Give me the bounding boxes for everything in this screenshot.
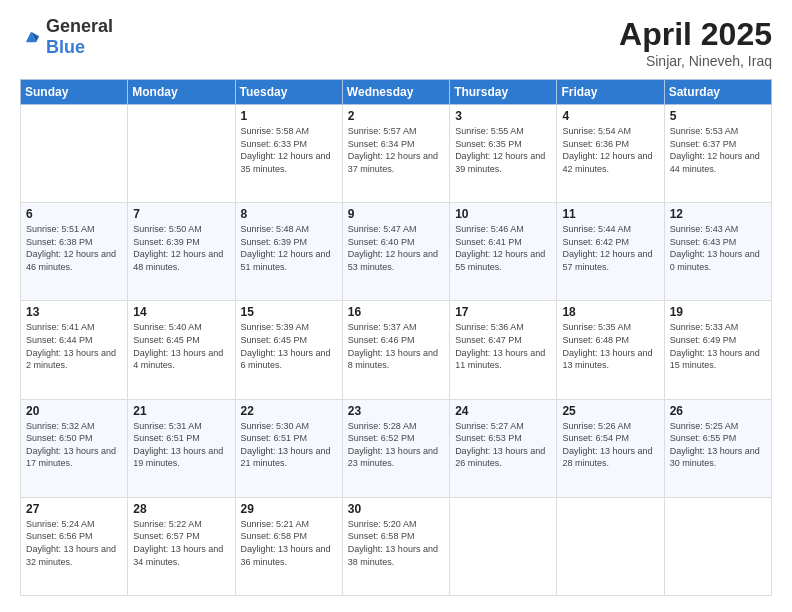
day-number: 2 [348, 109, 444, 123]
cell-info: Sunrise: 5:54 AMSunset: 6:36 PMDaylight:… [562, 125, 658, 175]
calendar-week-5: 27Sunrise: 5:24 AMSunset: 6:56 PMDayligh… [21, 497, 772, 595]
title-month: April 2025 [619, 16, 772, 53]
table-row: 23Sunrise: 5:28 AMSunset: 6:52 PMDayligh… [342, 399, 449, 497]
cell-info: Sunrise: 5:31 AMSunset: 6:51 PMDaylight:… [133, 420, 229, 470]
page: General Blue April 2025 Sinjar, Nineveh,… [0, 0, 792, 612]
day-number: 15 [241, 305, 337, 319]
header: General Blue April 2025 Sinjar, Nineveh,… [20, 16, 772, 69]
header-thursday: Thursday [450, 80, 557, 105]
day-number: 13 [26, 305, 122, 319]
day-number: 17 [455, 305, 551, 319]
table-row: 2Sunrise: 5:57 AMSunset: 6:34 PMDaylight… [342, 105, 449, 203]
day-number: 10 [455, 207, 551, 221]
cell-info: Sunrise: 5:53 AMSunset: 6:37 PMDaylight:… [670, 125, 766, 175]
table-row: 4Sunrise: 5:54 AMSunset: 6:36 PMDaylight… [557, 105, 664, 203]
cell-info: Sunrise: 5:28 AMSunset: 6:52 PMDaylight:… [348, 420, 444, 470]
day-number: 21 [133, 404, 229, 418]
cell-info: Sunrise: 5:30 AMSunset: 6:51 PMDaylight:… [241, 420, 337, 470]
table-row: 25Sunrise: 5:26 AMSunset: 6:54 PMDayligh… [557, 399, 664, 497]
cell-info: Sunrise: 5:43 AMSunset: 6:43 PMDaylight:… [670, 223, 766, 273]
day-number: 14 [133, 305, 229, 319]
title-block: April 2025 Sinjar, Nineveh, Iraq [619, 16, 772, 69]
cell-info: Sunrise: 5:47 AMSunset: 6:40 PMDaylight:… [348, 223, 444, 273]
table-row: 22Sunrise: 5:30 AMSunset: 6:51 PMDayligh… [235, 399, 342, 497]
table-row: 26Sunrise: 5:25 AMSunset: 6:55 PMDayligh… [664, 399, 771, 497]
header-tuesday: Tuesday [235, 80, 342, 105]
day-number: 24 [455, 404, 551, 418]
table-row: 5Sunrise: 5:53 AMSunset: 6:37 PMDaylight… [664, 105, 771, 203]
day-number: 27 [26, 502, 122, 516]
calendar-week-1: 1Sunrise: 5:58 AMSunset: 6:33 PMDaylight… [21, 105, 772, 203]
table-row: 10Sunrise: 5:46 AMSunset: 6:41 PMDayligh… [450, 203, 557, 301]
cell-info: Sunrise: 5:50 AMSunset: 6:39 PMDaylight:… [133, 223, 229, 273]
table-row: 21Sunrise: 5:31 AMSunset: 6:51 PMDayligh… [128, 399, 235, 497]
table-row [128, 105, 235, 203]
table-row [450, 497, 557, 595]
table-row: 9Sunrise: 5:47 AMSunset: 6:40 PMDaylight… [342, 203, 449, 301]
logo: General Blue [20, 16, 113, 58]
cell-info: Sunrise: 5:39 AMSunset: 6:45 PMDaylight:… [241, 321, 337, 371]
day-number: 7 [133, 207, 229, 221]
day-number: 19 [670, 305, 766, 319]
calendar-week-2: 6Sunrise: 5:51 AMSunset: 6:38 PMDaylight… [21, 203, 772, 301]
day-number: 25 [562, 404, 658, 418]
cell-info: Sunrise: 5:51 AMSunset: 6:38 PMDaylight:… [26, 223, 122, 273]
header-wednesday: Wednesday [342, 80, 449, 105]
logo-blue: Blue [46, 37, 85, 57]
table-row: 24Sunrise: 5:27 AMSunset: 6:53 PMDayligh… [450, 399, 557, 497]
table-row: 3Sunrise: 5:55 AMSunset: 6:35 PMDaylight… [450, 105, 557, 203]
day-number: 22 [241, 404, 337, 418]
calendar-week-3: 13Sunrise: 5:41 AMSunset: 6:44 PMDayligh… [21, 301, 772, 399]
day-number: 30 [348, 502, 444, 516]
table-row: 14Sunrise: 5:40 AMSunset: 6:45 PMDayligh… [128, 301, 235, 399]
logo-general: General [46, 16, 113, 36]
header-friday: Friday [557, 80, 664, 105]
day-number: 12 [670, 207, 766, 221]
header-sunday: Sunday [21, 80, 128, 105]
cell-info: Sunrise: 5:58 AMSunset: 6:33 PMDaylight:… [241, 125, 337, 175]
day-number: 1 [241, 109, 337, 123]
table-row [21, 105, 128, 203]
day-number: 8 [241, 207, 337, 221]
table-row [557, 497, 664, 595]
table-row: 27Sunrise: 5:24 AMSunset: 6:56 PMDayligh… [21, 497, 128, 595]
day-number: 11 [562, 207, 658, 221]
cell-info: Sunrise: 5:37 AMSunset: 6:46 PMDaylight:… [348, 321, 444, 371]
cell-info: Sunrise: 5:27 AMSunset: 6:53 PMDaylight:… [455, 420, 551, 470]
day-number: 26 [670, 404, 766, 418]
cell-info: Sunrise: 5:33 AMSunset: 6:49 PMDaylight:… [670, 321, 766, 371]
table-row: 8Sunrise: 5:48 AMSunset: 6:39 PMDaylight… [235, 203, 342, 301]
day-number: 9 [348, 207, 444, 221]
table-row: 11Sunrise: 5:44 AMSunset: 6:42 PMDayligh… [557, 203, 664, 301]
header-saturday: Saturday [664, 80, 771, 105]
cell-info: Sunrise: 5:22 AMSunset: 6:57 PMDaylight:… [133, 518, 229, 568]
day-number: 29 [241, 502, 337, 516]
table-row: 13Sunrise: 5:41 AMSunset: 6:44 PMDayligh… [21, 301, 128, 399]
cell-info: Sunrise: 5:41 AMSunset: 6:44 PMDaylight:… [26, 321, 122, 371]
cell-info: Sunrise: 5:24 AMSunset: 6:56 PMDaylight:… [26, 518, 122, 568]
logo-icon [20, 26, 42, 48]
table-row: 15Sunrise: 5:39 AMSunset: 6:45 PMDayligh… [235, 301, 342, 399]
cell-info: Sunrise: 5:32 AMSunset: 6:50 PMDaylight:… [26, 420, 122, 470]
table-row: 18Sunrise: 5:35 AMSunset: 6:48 PMDayligh… [557, 301, 664, 399]
table-row: 16Sunrise: 5:37 AMSunset: 6:46 PMDayligh… [342, 301, 449, 399]
day-number: 20 [26, 404, 122, 418]
day-number: 16 [348, 305, 444, 319]
table-row: 1Sunrise: 5:58 AMSunset: 6:33 PMDaylight… [235, 105, 342, 203]
table-row: 7Sunrise: 5:50 AMSunset: 6:39 PMDaylight… [128, 203, 235, 301]
day-number: 6 [26, 207, 122, 221]
table-row: 6Sunrise: 5:51 AMSunset: 6:38 PMDaylight… [21, 203, 128, 301]
cell-info: Sunrise: 5:57 AMSunset: 6:34 PMDaylight:… [348, 125, 444, 175]
calendar-header-row: Sunday Monday Tuesday Wednesday Thursday… [21, 80, 772, 105]
logo-text: General Blue [46, 16, 113, 58]
cell-info: Sunrise: 5:36 AMSunset: 6:47 PMDaylight:… [455, 321, 551, 371]
table-row: 17Sunrise: 5:36 AMSunset: 6:47 PMDayligh… [450, 301, 557, 399]
cell-info: Sunrise: 5:21 AMSunset: 6:58 PMDaylight:… [241, 518, 337, 568]
table-row: 28Sunrise: 5:22 AMSunset: 6:57 PMDayligh… [128, 497, 235, 595]
table-row: 20Sunrise: 5:32 AMSunset: 6:50 PMDayligh… [21, 399, 128, 497]
cell-info: Sunrise: 5:55 AMSunset: 6:35 PMDaylight:… [455, 125, 551, 175]
table-row: 30Sunrise: 5:20 AMSunset: 6:58 PMDayligh… [342, 497, 449, 595]
day-number: 28 [133, 502, 229, 516]
day-number: 5 [670, 109, 766, 123]
cell-info: Sunrise: 5:46 AMSunset: 6:41 PMDaylight:… [455, 223, 551, 273]
